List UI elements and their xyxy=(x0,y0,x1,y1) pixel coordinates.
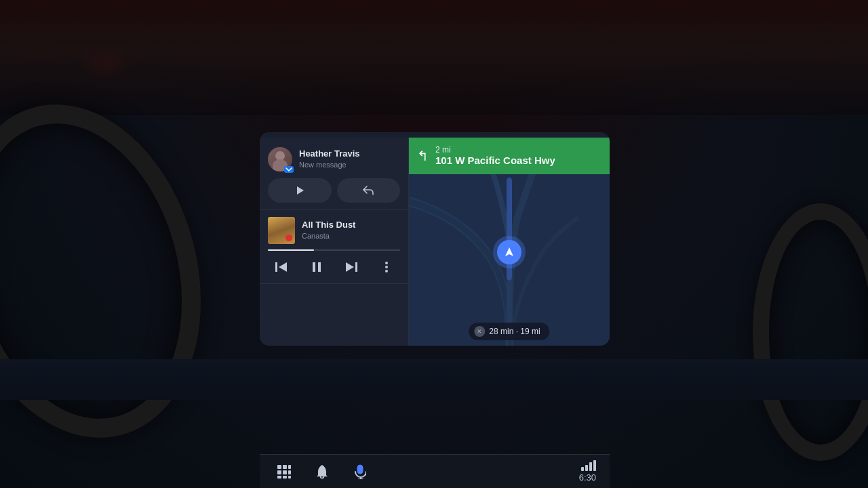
message-play-button[interactable] xyxy=(268,178,332,203)
nav-street-name: 101 W Pacific Coast Hwy xyxy=(435,155,555,167)
nav-turn-arrow-icon: ↰ xyxy=(417,148,429,164)
dashboard-shelf xyxy=(0,359,868,400)
music-card: All This Dust Canasta xyxy=(260,210,408,284)
music-header: All This Dust Canasta xyxy=(268,217,400,244)
music-prev-button[interactable] xyxy=(271,256,292,278)
message-text-wrap: Heather Travis New message xyxy=(299,148,360,169)
music-next-button[interactable] xyxy=(340,256,362,278)
music-info: All This Dust Canasta xyxy=(302,220,400,241)
svg-rect-18 xyxy=(283,476,287,479)
music-progress-fill xyxy=(268,249,314,251)
svg-point-8 xyxy=(385,266,388,268)
message-header: Heather Travis New message xyxy=(268,147,400,171)
apps-grid-button[interactable] xyxy=(273,461,295,483)
eta-text: 28 min · 19 mi xyxy=(489,327,540,336)
microphone-button[interactable] xyxy=(349,461,371,483)
nav-distance: 2 mi xyxy=(435,145,555,155)
svg-rect-19 xyxy=(288,476,291,479)
eta-close-button[interactable]: ✕ xyxy=(474,326,485,337)
svg-rect-17 xyxy=(277,476,281,479)
svg-marker-6 xyxy=(346,262,354,272)
message-subtitle: New message xyxy=(299,160,360,169)
location-arrow xyxy=(497,240,521,264)
svg-rect-14 xyxy=(277,470,281,474)
message-sender: Heather Travis xyxy=(299,148,360,160)
svg-rect-11 xyxy=(277,465,281,469)
album-art-dot xyxy=(285,235,292,241)
svg-point-9 xyxy=(385,270,388,272)
music-artist: Canasta xyxy=(302,231,400,241)
signal-bars xyxy=(581,460,596,471)
signal-bar-2 xyxy=(585,465,588,471)
message-reply-button[interactable] xyxy=(337,178,401,203)
avatar-wrap xyxy=(268,147,292,171)
album-art xyxy=(268,217,295,244)
dashboard-top xyxy=(0,0,868,115)
svg-marker-10 xyxy=(505,247,513,256)
navigation-panel[interactable]: ↰ 2 mi 101 W Pacific Coast Hwy ✕ 28 min … xyxy=(409,138,610,346)
svg-marker-0 xyxy=(297,186,304,195)
display-topbar xyxy=(260,132,610,138)
svg-rect-5 xyxy=(355,262,357,272)
message-actions xyxy=(268,178,400,203)
notifications-bell-button[interactable] xyxy=(311,461,333,483)
svg-rect-13 xyxy=(288,465,291,469)
svg-rect-15 xyxy=(283,470,287,474)
music-pause-button[interactable] xyxy=(306,256,328,278)
message-app-badge xyxy=(284,166,294,173)
music-more-button[interactable] xyxy=(376,256,397,278)
music-title: All This Dust xyxy=(302,220,400,231)
svg-rect-12 xyxy=(283,465,287,469)
svg-rect-3 xyxy=(313,262,315,272)
location-marker xyxy=(497,240,521,264)
bottom-icons xyxy=(273,461,371,483)
bottom-navigation-bar: 6:30 xyxy=(260,454,610,488)
display-content: Heather Travis New message xyxy=(260,138,610,346)
signal-bar-4 xyxy=(593,460,596,471)
signal-bar-1 xyxy=(581,467,584,471)
svg-marker-2 xyxy=(279,262,287,272)
message-card: Heather Travis New message xyxy=(260,138,408,210)
android-auto-display: Heather Travis New message xyxy=(260,132,610,346)
nav-distance-wrap: 2 mi 101 W Pacific Coast Hwy xyxy=(435,145,555,167)
avatar-face xyxy=(275,151,285,161)
eta-bar: ✕ 28 min · 19 mi xyxy=(469,323,549,340)
signal-bar-3 xyxy=(589,462,592,471)
left-panel: Heather Travis New message xyxy=(260,138,409,346)
nav-direction-header[interactable]: ↰ 2 mi 101 W Pacific Coast Hwy xyxy=(409,138,610,174)
clock-display: 6:30 xyxy=(579,472,596,483)
svg-rect-20 xyxy=(357,465,363,474)
music-progress-bar xyxy=(268,249,400,251)
svg-point-7 xyxy=(385,262,388,264)
svg-rect-1 xyxy=(275,262,277,272)
svg-rect-16 xyxy=(288,470,291,474)
status-bar: 6:30 xyxy=(579,460,596,483)
music-controls xyxy=(268,256,400,278)
svg-rect-4 xyxy=(318,262,321,272)
